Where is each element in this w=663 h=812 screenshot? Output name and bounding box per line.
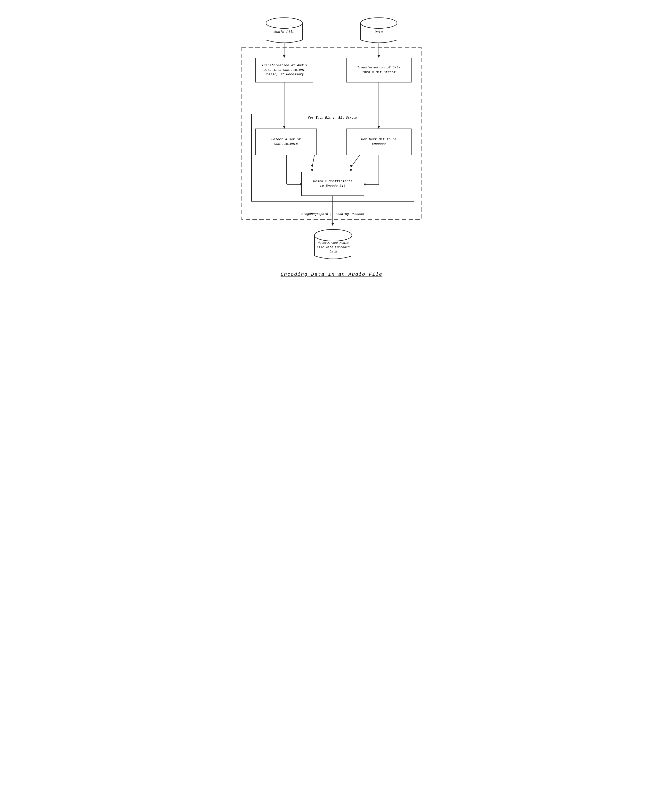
transform-data-box: Transformation of Data into a Bit Stream [346, 58, 412, 82]
watermarked-cylinder-svg: Watermarked Media File with Embedded Dat… [312, 226, 354, 261]
svg-text:Audio File: Audio File [274, 30, 294, 34]
page: Audio File Data Transformation of Audio … [232, 5, 431, 287]
rescale-label: Rescale Coefficients to Encode Bit [313, 179, 353, 188]
data-cylinder-svg: Data [358, 15, 399, 44]
get-next-bit-label: Get Next Bit to be Encoded [361, 137, 396, 147]
diagram: Audio File Data Transformation of Audio … [237, 12, 426, 267]
select-coeff-label: Select a set of Coefficients [272, 137, 301, 147]
transform-audio-label: Transformation of Audio Data into Coeffi… [262, 63, 307, 77]
audio-cylinder-svg: Audio File [264, 15, 305, 44]
watermarked-cylinder: Watermarked Media File with Embedded Dat… [312, 226, 354, 261]
transform-audio-box: Transformation of Audio Data into Coeffi… [255, 58, 313, 82]
svg-point-33 [361, 18, 397, 28]
chart-title: Encoding Data in an Audio File [237, 272, 426, 277]
select-coeff-box: Select a set of Coefficients [255, 129, 317, 155]
svg-text:Data: Data [375, 30, 383, 34]
audio-file-cylinder: Audio File [264, 15, 305, 44]
svg-text:File with Embedded: File with Embedded [317, 246, 350, 249]
rescale-box: Rescale Coefficients to Encode Bit [301, 172, 364, 196]
transform-data-label: Transformation of Data into a Bit Stream [357, 65, 400, 75]
svg-point-29 [266, 18, 302, 28]
svg-marker-36 [332, 223, 334, 226]
svg-text:Data: Data [330, 250, 337, 254]
data-cylinder: Data [358, 15, 399, 44]
rescale-arrow-svg [237, 196, 426, 228]
svg-text:Watermarked Media: Watermarked Media [318, 241, 349, 245]
svg-point-39 [315, 230, 352, 241]
get-next-bit-box: Get Next Bit to be Encoded [346, 129, 412, 155]
steg-label: Steganographic | Encoding Process [251, 212, 414, 216]
for-each-bit-label: For Each Bit in Bit Stream [251, 116, 414, 120]
